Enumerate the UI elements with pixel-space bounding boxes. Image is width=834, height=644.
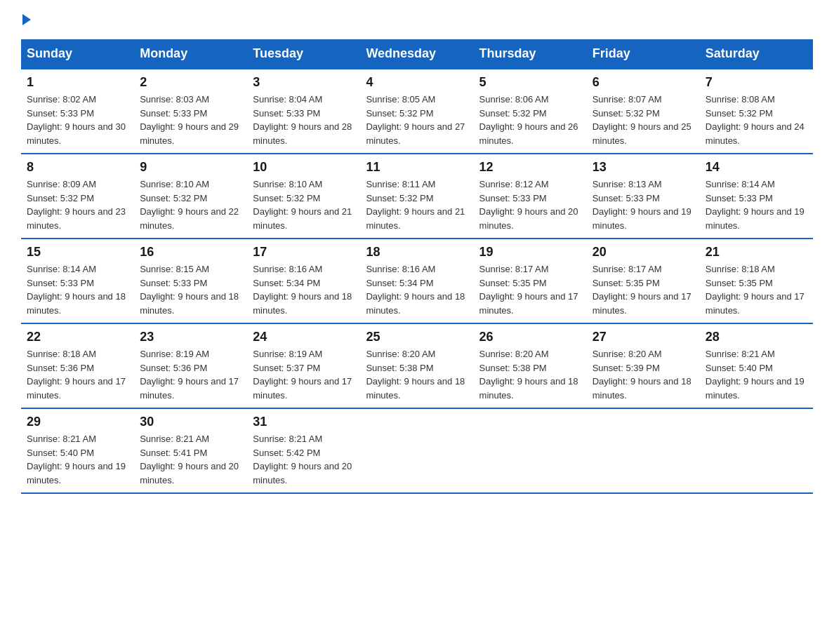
day-number: 25 [366, 330, 468, 344]
day-number: 13 [593, 160, 694, 175]
day-info: Sunrise: 8:14 AMSunset: 5:33 PMDaylight:… [706, 177, 807, 232]
calendar-cell: 3Sunrise: 8:04 AMSunset: 5:33 PMDaylight… [247, 69, 360, 154]
day-number: 14 [706, 160, 807, 175]
week-row-2: 8Sunrise: 8:09 AMSunset: 5:32 PMDaylight… [21, 154, 813, 239]
day-number: 11 [366, 160, 468, 175]
day-info: Sunrise: 8:07 AMSunset: 5:32 PMDaylight:… [593, 93, 694, 147]
calendar-cell: 6Sunrise: 8:07 AMSunset: 5:32 PMDaylight… [587, 69, 700, 154]
week-row-5: 29Sunrise: 8:21 AMSunset: 5:40 PMDayligh… [21, 408, 813, 493]
day-info: Sunrise: 8:20 AMSunset: 5:39 PMDaylight:… [593, 347, 694, 402]
header-thursday: Thursday [474, 39, 587, 69]
calendar-cell: 30Sunrise: 8:21 AMSunset: 5:41 PMDayligh… [134, 408, 247, 493]
calendar-cell [700, 408, 813, 493]
day-info: Sunrise: 8:10 AMSunset: 5:32 PMDaylight:… [253, 177, 355, 232]
calendar-cell: 12Sunrise: 8:12 AMSunset: 5:33 PMDayligh… [474, 154, 587, 239]
day-info: Sunrise: 8:17 AMSunset: 5:35 PMDaylight:… [593, 262, 694, 317]
day-number: 2 [140, 75, 241, 90]
calendar-cell [587, 408, 700, 493]
day-number: 12 [479, 160, 581, 175]
day-number: 8 [27, 160, 128, 175]
calendar-cell: 14Sunrise: 8:14 AMSunset: 5:33 PMDayligh… [700, 154, 813, 239]
calendar-cell: 13Sunrise: 8:13 AMSunset: 5:33 PMDayligh… [587, 154, 700, 239]
day-number: 23 [140, 330, 241, 344]
calendar-cell: 28Sunrise: 8:21 AMSunset: 5:40 PMDayligh… [700, 323, 813, 408]
day-number: 15 [27, 245, 128, 260]
calendar-table: SundayMondayTuesdayWednesdayThursdayFrid… [21, 39, 813, 494]
day-info: Sunrise: 8:12 AMSunset: 5:33 PMDaylight:… [479, 177, 581, 232]
header-wednesday: Wednesday [360, 39, 473, 69]
calendar-cell: 20Sunrise: 8:17 AMSunset: 5:35 PMDayligh… [587, 239, 700, 323]
day-info: Sunrise: 8:09 AMSunset: 5:32 PMDaylight:… [27, 177, 128, 232]
day-number: 20 [593, 245, 694, 260]
day-number: 26 [479, 330, 581, 344]
calendar-cell: 15Sunrise: 8:14 AMSunset: 5:33 PMDayligh… [21, 239, 134, 323]
day-info: Sunrise: 8:18 AMSunset: 5:35 PMDaylight:… [706, 262, 807, 317]
day-number: 4 [366, 75, 468, 90]
calendar-cell: 31Sunrise: 8:21 AMSunset: 5:42 PMDayligh… [247, 408, 360, 493]
header-friday: Friday [587, 39, 700, 69]
calendar-cell: 11Sunrise: 8:11 AMSunset: 5:32 PMDayligh… [360, 154, 473, 239]
header-saturday: Saturday [700, 39, 813, 69]
day-number: 10 [253, 160, 355, 175]
day-info: Sunrise: 8:19 AMSunset: 5:37 PMDaylight:… [253, 347, 355, 402]
logo-triangle-icon [22, 14, 31, 25]
day-info: Sunrise: 8:16 AMSunset: 5:34 PMDaylight:… [366, 262, 468, 317]
day-number: 3 [253, 75, 355, 90]
day-info: Sunrise: 8:21 AMSunset: 5:42 PMDaylight:… [253, 432, 355, 487]
calendar-cell: 29Sunrise: 8:21 AMSunset: 5:40 PMDayligh… [21, 408, 134, 493]
day-info: Sunrise: 8:05 AMSunset: 5:32 PMDaylight:… [366, 93, 468, 147]
calendar-cell: 18Sunrise: 8:16 AMSunset: 5:34 PMDayligh… [360, 239, 473, 323]
calendar-cell: 7Sunrise: 8:08 AMSunset: 5:32 PMDaylight… [700, 69, 813, 154]
calendar-cell: 5Sunrise: 8:06 AMSunset: 5:32 PMDaylight… [474, 69, 587, 154]
day-info: Sunrise: 8:17 AMSunset: 5:35 PMDaylight:… [479, 262, 581, 317]
day-number: 30 [140, 415, 241, 429]
day-number: 31 [253, 415, 355, 429]
calendar-cell [360, 408, 473, 493]
calendar-cell: 9Sunrise: 8:10 AMSunset: 5:32 PMDaylight… [134, 154, 247, 239]
header-area [21, 14, 813, 25]
day-number: 16 [140, 245, 241, 260]
calendar-cell [474, 408, 587, 493]
day-number: 24 [253, 330, 355, 344]
day-info: Sunrise: 8:11 AMSunset: 5:32 PMDaylight:… [366, 177, 468, 232]
day-info: Sunrise: 8:02 AMSunset: 5:33 PMDaylight:… [27, 93, 128, 147]
day-number: 18 [366, 245, 468, 260]
calendar-cell: 26Sunrise: 8:20 AMSunset: 5:38 PMDayligh… [474, 323, 587, 408]
day-info: Sunrise: 8:13 AMSunset: 5:33 PMDaylight:… [593, 177, 694, 232]
day-info: Sunrise: 8:14 AMSunset: 5:33 PMDaylight:… [27, 262, 128, 317]
day-number: 1 [27, 75, 128, 90]
day-info: Sunrise: 8:21 AMSunset: 5:40 PMDaylight:… [706, 347, 807, 402]
calendar-cell: 2Sunrise: 8:03 AMSunset: 5:33 PMDaylight… [134, 69, 247, 154]
day-number: 5 [479, 75, 581, 90]
day-number: 6 [593, 75, 694, 90]
calendar-cell: 24Sunrise: 8:19 AMSunset: 5:37 PMDayligh… [247, 323, 360, 408]
calendar-header-row: SundayMondayTuesdayWednesdayThursdayFrid… [21, 39, 813, 69]
day-info: Sunrise: 8:21 AMSunset: 5:41 PMDaylight:… [140, 432, 241, 487]
calendar-cell: 17Sunrise: 8:16 AMSunset: 5:34 PMDayligh… [247, 239, 360, 323]
day-info: Sunrise: 8:16 AMSunset: 5:34 PMDaylight:… [253, 262, 355, 317]
calendar-cell: 23Sunrise: 8:19 AMSunset: 5:36 PMDayligh… [134, 323, 247, 408]
day-number: 27 [593, 330, 694, 344]
day-number: 21 [706, 245, 807, 260]
day-number: 29 [27, 415, 128, 429]
day-info: Sunrise: 8:20 AMSunset: 5:38 PMDaylight:… [479, 347, 581, 402]
calendar-cell: 25Sunrise: 8:20 AMSunset: 5:38 PMDayligh… [360, 323, 473, 408]
day-info: Sunrise: 8:08 AMSunset: 5:32 PMDaylight:… [706, 93, 807, 147]
day-info: Sunrise: 8:03 AMSunset: 5:33 PMDaylight:… [140, 93, 241, 147]
day-info: Sunrise: 8:15 AMSunset: 5:33 PMDaylight:… [140, 262, 241, 317]
calendar-cell: 27Sunrise: 8:20 AMSunset: 5:39 PMDayligh… [587, 323, 700, 408]
day-info: Sunrise: 8:10 AMSunset: 5:32 PMDaylight:… [140, 177, 241, 232]
day-number: 17 [253, 245, 355, 260]
logo [21, 14, 32, 25]
day-number: 28 [706, 330, 807, 344]
header-tuesday: Tuesday [247, 39, 360, 69]
calendar-cell: 1Sunrise: 8:02 AMSunset: 5:33 PMDaylight… [21, 69, 134, 154]
logo-area [21, 14, 32, 25]
calendar-cell: 21Sunrise: 8:18 AMSunset: 5:35 PMDayligh… [700, 239, 813, 323]
calendar-cell: 19Sunrise: 8:17 AMSunset: 5:35 PMDayligh… [474, 239, 587, 323]
day-number: 7 [706, 75, 807, 90]
day-info: Sunrise: 8:04 AMSunset: 5:33 PMDaylight:… [253, 93, 355, 147]
week-row-1: 1Sunrise: 8:02 AMSunset: 5:33 PMDaylight… [21, 69, 813, 154]
calendar-cell: 22Sunrise: 8:18 AMSunset: 5:36 PMDayligh… [21, 323, 134, 408]
calendar-cell: 8Sunrise: 8:09 AMSunset: 5:32 PMDaylight… [21, 154, 134, 239]
